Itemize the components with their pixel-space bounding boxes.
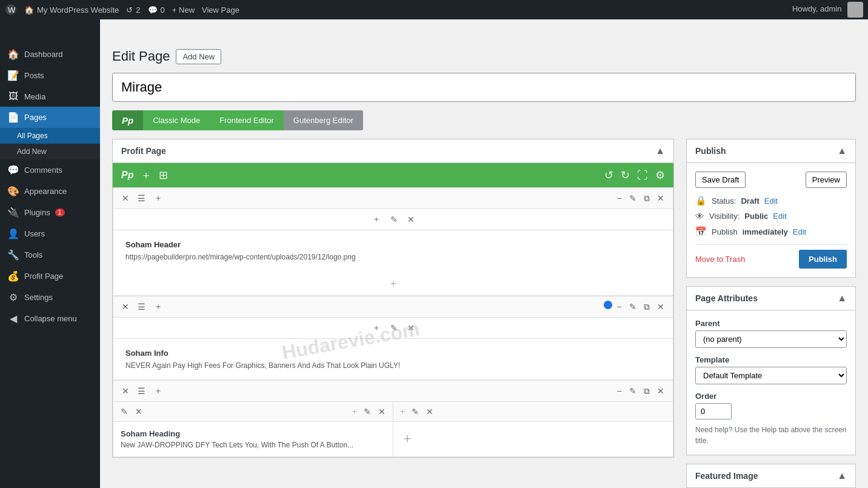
comments-link[interactable]: 💬 0 [148, 5, 165, 15]
section-3-expand-btn[interactable]: − [615, 385, 624, 398]
section-3-left-content: Soham Heading New JAW-DROPPING DFY Tech … [113, 422, 393, 456]
publish-label: Publish [712, 227, 738, 236]
section-2-copy-btn[interactable]: ⧉ [641, 301, 652, 313]
col-left-close[interactable]: ✕ [133, 406, 145, 418]
order-input[interactable] [695, 403, 732, 419]
fullscreen-icon[interactable]: ⛶ [637, 169, 648, 182]
section-2-add-btn[interactable]: ＋ [152, 300, 165, 313]
visibility-icon: 👁 [695, 211, 704, 221]
sidebar-item-dashboard[interactable]: 🏠 Dashboard [0, 44, 100, 65]
sidebar-item-tools[interactable]: 🔧 Tools [0, 244, 100, 266]
section-2-inner-edit[interactable]: ✎ [388, 322, 400, 334]
section-2-close-btn[interactable]: ✕ [655, 301, 667, 313]
add-section-icon[interactable]: ＋ [141, 168, 152, 182]
profit-page-collapse-btn[interactable]: ▲ [655, 145, 665, 156]
section-1-inner-add[interactable]: ＋ [370, 213, 383, 226]
sidebar-item-posts[interactable]: 📝 Posts [0, 65, 100, 86]
sidebar-item-appearance[interactable]: 🎨 Appearance [0, 181, 100, 202]
section-1-plus-btn[interactable]: ＋ [388, 276, 399, 290]
new-content-link[interactable]: + New [172, 5, 195, 15]
page-attributes-toggle[interactable]: ▲ [837, 293, 847, 304]
preview-button[interactable]: Preview [806, 172, 847, 188]
section-2-edit-btn[interactable]: ✎ [627, 301, 639, 313]
svg-text:W: W [8, 5, 16, 15]
plugins-badge: 1 [55, 209, 65, 216]
gutenberg-editor-tab[interactable]: Gutenberg Editor [284, 110, 363, 130]
wp-logo[interactable]: W [5, 4, 17, 16]
sidebar-item-settings[interactable]: ⚙ Settings [0, 287, 100, 308]
revisions-link[interactable]: ↺ 2 [126, 5, 140, 15]
section-3-close-btn[interactable]: ✕ [655, 385, 667, 398]
col-right-plus[interactable]: ＋ [401, 429, 414, 447]
section-3-edit-btn[interactable]: ✎ [627, 385, 639, 398]
sidebar-item-comments[interactable]: 💬 Comments [0, 159, 100, 181]
section-2-move-btn[interactable]: ✕ [119, 301, 132, 313]
section-3-list-btn[interactable]: ☰ [135, 385, 148, 397]
classic-mode-tab[interactable]: Classic Mode [143, 110, 210, 130]
move-trash-link[interactable]: Move to Trash [695, 255, 745, 264]
add-new-button[interactable]: Add New [176, 49, 221, 64]
section-1-add-btn[interactable]: ＋ [152, 192, 165, 205]
section-2-list-btn[interactable]: ☰ [135, 301, 148, 313]
profit-page-icon: 💰 [7, 270, 19, 282]
section-1-edit-btn[interactable]: ✎ [627, 192, 639, 205]
sidebar-item-users[interactable]: 👤 Users [0, 223, 100, 244]
section-2-blue-dot [604, 301, 612, 309]
section-1-add-row: ＋ [113, 271, 673, 295]
redo-icon[interactable]: ↻ [621, 169, 630, 182]
section-1-move-btn[interactable]: ✕ [119, 192, 132, 204]
view-page-link[interactable]: View Page [202, 5, 239, 15]
col-left-inner-close[interactable]: ✕ [376, 406, 388, 418]
section-2-expand-btn[interactable]: − [615, 301, 624, 313]
grid-icon[interactable]: ⊞ [159, 169, 168, 182]
col-right-inner-close[interactable]: ✕ [424, 406, 436, 418]
sidebar-item-media[interactable]: 🖼 Media [0, 86, 100, 107]
col-left-inner-edit[interactable]: ✎ [361, 406, 373, 418]
visibility-edit-link[interactable]: Edit [773, 212, 786, 221]
featured-image-toggle[interactable]: ▲ [837, 470, 847, 481]
col-left-edit[interactable]: ✎ [118, 406, 130, 418]
section-1-list-btn[interactable]: ☰ [135, 192, 148, 204]
status-icon: 🔒 [695, 195, 707, 206]
frontend-editor-tab[interactable]: Frontend Editor [210, 110, 284, 130]
section-1-inner-edit[interactable]: ✎ [388, 213, 400, 226]
status-edit-link[interactable]: Edit [764, 196, 778, 206]
publish-panel-toggle[interactable]: ▲ [837, 145, 847, 156]
section-2-inner-add[interactable]: ＋ [370, 321, 383, 335]
sidebar-item-plugins[interactable]: 🔌 Plugins 1 [0, 202, 100, 223]
section-1-inner-close[interactable]: ✕ [405, 213, 417, 226]
parent-select[interactable]: (no parent) [695, 330, 847, 348]
page-title-input[interactable] [112, 73, 856, 102]
status-value: Draft [741, 196, 759, 206]
section-1-expand-btn[interactable]: − [615, 192, 624, 205]
pp-logo-toolbar[interactable]: Pp [121, 170, 133, 181]
section-1-close-btn[interactable]: ✕ [655, 192, 667, 205]
page-header: Edit Page Add New [112, 48, 856, 64]
col-right-inner-edit[interactable]: ✎ [409, 406, 421, 418]
section-3-add-btn[interactable]: ＋ [152, 384, 165, 398]
parent-label: Parent [695, 319, 847, 328]
template-select[interactable]: Default Template [695, 367, 847, 384]
site-name[interactable]: 🏠 My WordPress Website [24, 5, 119, 15]
section-2-inner-close[interactable]: ✕ [405, 322, 417, 334]
col-left-inner-add[interactable]: ＋ [350, 406, 359, 418]
sidebar-item-pages[interactable]: 📄 Pages [0, 107, 100, 128]
section-1-copy-btn[interactable]: ⧉ [641, 192, 652, 205]
sidebar-item-add-new-page[interactable]: Add New [0, 144, 100, 159]
publish-actions: Save Draft Preview [695, 172, 847, 188]
sidebar-item-profit-page[interactable]: 💰 Profit Page [0, 266, 100, 287]
section-3-copy-btn[interactable]: ⧉ [641, 385, 652, 398]
col-right-inner-add[interactable]: ＋ [398, 406, 407, 418]
pp-logo-button[interactable]: Pp [112, 110, 143, 130]
template-label: Template [695, 355, 847, 364]
publish-button[interactable]: Publish [799, 250, 847, 269]
collapse-menu[interactable]: ◀ Collapse menu [0, 308, 100, 329]
publish-edit-link[interactable]: Edit [793, 227, 806, 236]
sidebar-item-all-pages[interactable]: All Pages [0, 128, 100, 144]
save-draft-button[interactable]: Save Draft [695, 172, 746, 188]
media-icon: 🖼 [7, 91, 19, 102]
undo-icon[interactable]: ↺ [604, 169, 613, 182]
users-icon: 👤 [7, 228, 19, 239]
section-3-move-btn[interactable]: ✕ [119, 385, 132, 397]
gear-icon[interactable]: ⚙ [655, 169, 665, 182]
